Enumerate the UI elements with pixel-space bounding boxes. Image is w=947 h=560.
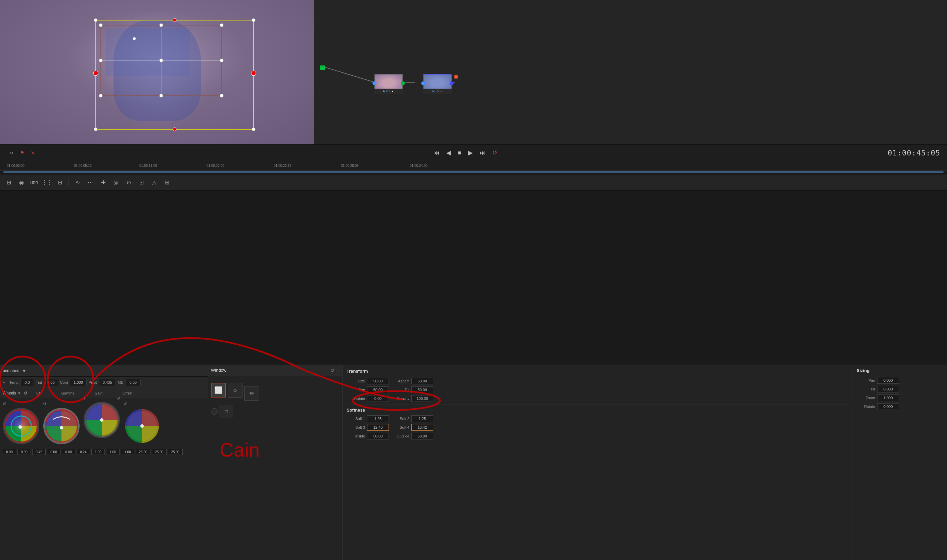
offset-r[interactable]: [136, 449, 151, 455]
divider-1: [346, 405, 848, 405]
size-input[interactable]: [367, 378, 389, 385]
soft1-label: Soft 1: [346, 417, 365, 421]
svg-point-13: [173, 18, 176, 22]
offset-g[interactable]: [152, 449, 166, 455]
soft3-input[interactable]: [367, 424, 389, 431]
scrollbar-area[interactable]: [0, 171, 947, 174]
offset-wheel[interactable]: [123, 408, 160, 446]
label-icon[interactable]: ⊟: [54, 177, 65, 188]
stop-btn[interactable]: ■: [456, 149, 463, 157]
inside-outside-row: Inside Outside: [346, 433, 848, 440]
gain-wheel[interactable]: [83, 402, 120, 440]
pan-row: Pan Tilt: [346, 386, 848, 393]
node-02[interactable]: ▶ 02 ≡: [423, 74, 452, 92]
circle-icon[interactable]: ◉: [16, 177, 27, 188]
tick-2: 01:00:11:08: [139, 164, 157, 168]
aspect-input[interactable]: [411, 378, 433, 385]
opacity-label: Opacity: [391, 397, 410, 400]
hdr-icon[interactable]: HDR: [29, 177, 40, 188]
svg-point-17: [99, 94, 102, 97]
loop-btn[interactable]: ↺: [490, 149, 499, 157]
md-input[interactable]: [126, 379, 141, 386]
paint-icon[interactable]: △: [149, 177, 160, 188]
pen-tool-btn[interactable]: ✏: [245, 386, 259, 401]
gain-label-btn[interactable]: +: [83, 396, 86, 401]
tilt-input[interactable]: [411, 386, 433, 393]
sizing-pan-input[interactable]: [877, 377, 899, 384]
curves-icon[interactable]: ∿: [72, 177, 83, 188]
temp-input[interactable]: [20, 379, 34, 386]
square-outline-btn[interactable]: □: [220, 405, 233, 418]
node-01-input[interactable]: [373, 81, 376, 85]
lift-g[interactable]: [17, 449, 31, 455]
pivot-input[interactable]: [99, 379, 116, 386]
inside-input[interactable]: [367, 433, 389, 440]
target-icon[interactable]: ◎: [111, 177, 121, 188]
soft4-input[interactable]: [411, 424, 433, 431]
skip-start-btn[interactable]: ⏮: [431, 149, 442, 157]
layers-icon[interactable]: ⋮⋮: [42, 177, 52, 188]
gamma-reset[interactable]: ↺: [43, 402, 46, 406]
thumbnail-icon[interactable]: ⊡: [136, 177, 147, 188]
soft34-row: Soft 3 Soft 4: [346, 424, 848, 431]
soft1-input[interactable]: [367, 415, 389, 422]
gamma-b[interactable]: [77, 449, 90, 455]
gamma-g[interactable]: [62, 449, 75, 455]
wheels-reset[interactable]: ↺: [23, 391, 28, 396]
node-01-output[interactable]: [401, 81, 405, 85]
node-02-output-blue[interactable]: [450, 81, 454, 85]
gain-r[interactable]: [91, 449, 105, 455]
svg-point-18: [220, 94, 223, 97]
preview-overlay: [0, 0, 314, 145]
offset-reset[interactable]: ↺: [123, 402, 127, 406]
sizing-zoom-input[interactable]: [877, 394, 899, 401]
soft2-input[interactable]: [411, 415, 433, 422]
sizing-zoom-row: Zoom: [857, 394, 944, 401]
prev-frame-btn[interactable]: ◀: [444, 149, 453, 157]
viewer-btn[interactable]: ⊙: [7, 148, 16, 157]
node-01[interactable]: ▶ 01 ▲: [374, 74, 403, 92]
dot-tool-btn[interactable]: ·: [211, 408, 218, 415]
clock-icon[interactable]: ⊙: [123, 177, 134, 188]
gain-b[interactable]: [121, 449, 134, 455]
lift-b[interactable]: [32, 449, 46, 455]
play-btn[interactable]: ▶: [466, 149, 475, 157]
sizing-title: Sizing: [857, 368, 944, 373]
gain-reset[interactable]: ↺: [117, 396, 120, 401]
svg-point-16: [220, 23, 223, 27]
sizing-tilt-input[interactable]: [877, 386, 899, 392]
svg-point-15: [99, 23, 102, 27]
gain-g[interactable]: [106, 449, 120, 455]
outside-input[interactable]: [411, 433, 433, 440]
opacity-input[interactable]: [411, 395, 433, 402]
gamma-wheel-container: ↺: [43, 402, 80, 446]
settings-icon[interactable]: ⊞: [162, 177, 172, 188]
scrollbar-thumb[interactable]: [3, 171, 944, 173]
grid-icon[interactable]: ⊞: [3, 177, 14, 188]
gamma-r[interactable]: [47, 449, 60, 455]
sizing-rotate-input[interactable]: [877, 403, 899, 410]
pan-input[interactable]: [367, 386, 389, 393]
gamma-header: Gamma: [62, 391, 75, 395]
main-panels: primaries + Temp Tint Cont Pivot MD: [0, 365, 947, 560]
svg-point-25: [133, 37, 136, 40]
offset-b[interactable]: [168, 449, 183, 455]
circle-tool-btn[interactable]: ○: [228, 383, 242, 397]
node-02-input[interactable]: [421, 81, 425, 85]
close-btn[interactable]: ✕: [28, 148, 38, 157]
node-editor: ▶ 01 ▲ ▶ 02 ≡: [314, 0, 947, 145]
rect-tool-btn[interactable]: ⬜: [211, 383, 226, 397]
skip-end-btn[interactable]: ⏭: [477, 149, 488, 157]
cont-input[interactable]: [70, 379, 87, 386]
rotate-input[interactable]: [367, 395, 389, 402]
gamma-wheel[interactable]: [43, 408, 80, 446]
picker-icon[interactable]: ✚: [98, 177, 108, 188]
lift-reset[interactable]: ↺: [3, 402, 6, 406]
lift-r[interactable]: [3, 449, 16, 455]
flag-btn[interactable]: ⚑: [17, 148, 27, 157]
window-more[interactable]: ···: [336, 368, 340, 372]
lift-wheel[interactable]: [3, 408, 40, 446]
tint-input[interactable]: [44, 379, 58, 386]
window-reset[interactable]: ↺: [330, 368, 334, 373]
scope-icon[interactable]: ⋯: [85, 177, 96, 188]
